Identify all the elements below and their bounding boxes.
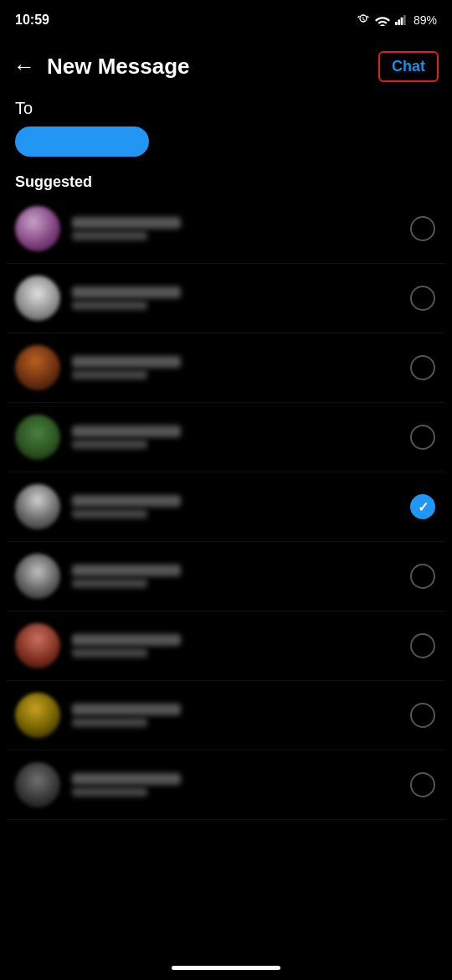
avatar xyxy=(15,623,60,668)
contact-subtitle xyxy=(72,440,147,449)
svg-rect-2 xyxy=(401,18,403,25)
contact-text xyxy=(72,426,181,449)
contact-radio[interactable] xyxy=(410,216,435,241)
back-button[interactable]: ← xyxy=(13,54,35,80)
contact-name xyxy=(72,565,181,576)
contact-left xyxy=(15,345,181,390)
svg-rect-0 xyxy=(395,22,398,25)
contact-item[interactable] xyxy=(7,194,445,264)
contact-name xyxy=(72,495,181,507)
contact-item[interactable] xyxy=(7,611,445,681)
contact-subtitle xyxy=(72,787,147,797)
to-label: To xyxy=(15,99,437,118)
contact-left xyxy=(15,693,181,738)
contact-list xyxy=(0,194,452,820)
contact-radio[interactable] xyxy=(410,703,435,728)
to-section: To xyxy=(0,95,452,167)
status-icons: 89% xyxy=(357,13,437,27)
contact-name xyxy=(72,704,181,715)
contact-radio[interactable] xyxy=(410,494,435,519)
avatar xyxy=(15,484,60,529)
to-input-bar[interactable] xyxy=(15,126,149,157)
contact-subtitle xyxy=(72,301,147,310)
suggested-label: Suggested xyxy=(0,167,452,194)
contact-item[interactable] xyxy=(7,264,445,333)
contact-name xyxy=(72,426,181,437)
contact-left xyxy=(15,415,181,460)
contact-text xyxy=(72,704,181,727)
avatar xyxy=(15,415,60,460)
contact-left xyxy=(15,762,181,807)
contact-item[interactable] xyxy=(7,403,445,472)
contact-text xyxy=(72,773,181,797)
contact-radio[interactable] xyxy=(410,286,435,311)
contact-subtitle xyxy=(72,231,147,240)
contact-item[interactable] xyxy=(7,472,445,542)
status-time: 10:59 xyxy=(15,13,49,28)
contact-name xyxy=(72,773,181,785)
contact-left xyxy=(15,484,181,529)
contact-subtitle xyxy=(72,509,147,518)
contact-radio[interactable] xyxy=(410,355,435,380)
page-title: New Message xyxy=(47,54,190,80)
chat-button[interactable]: Chat xyxy=(378,51,439,82)
contact-radio[interactable] xyxy=(410,564,435,589)
wifi-icon xyxy=(375,14,390,26)
contact-name xyxy=(72,286,181,298)
home-indicator xyxy=(172,966,280,970)
contact-text xyxy=(72,356,181,379)
contact-subtitle xyxy=(72,370,147,379)
avatar xyxy=(15,276,60,321)
avatar xyxy=(15,693,60,738)
contact-subtitle xyxy=(72,579,147,588)
contact-name xyxy=(72,356,181,368)
bottom-navigation-bar xyxy=(0,955,452,980)
status-bar: 10:59 89% xyxy=(0,0,452,37)
avatar xyxy=(15,762,60,807)
signal-icon xyxy=(395,14,408,26)
contact-text xyxy=(72,217,181,240)
contact-radio[interactable] xyxy=(410,772,435,797)
contact-left xyxy=(15,554,181,599)
contact-subtitle xyxy=(72,648,147,658)
contact-name xyxy=(72,634,181,646)
avatar xyxy=(15,554,60,599)
contact-radio[interactable] xyxy=(410,425,435,450)
battery-percentage: 89% xyxy=(413,13,437,27)
contact-item[interactable] xyxy=(7,681,445,750)
contact-left xyxy=(15,276,181,321)
avatar xyxy=(15,206,60,251)
contact-item[interactable] xyxy=(7,750,445,820)
contact-radio[interactable] xyxy=(410,633,435,658)
contact-name xyxy=(72,217,181,229)
contact-left xyxy=(15,206,181,251)
header-left: ← New Message xyxy=(13,54,190,80)
contact-text xyxy=(72,286,181,310)
alarm-icon xyxy=(357,13,370,27)
contact-text xyxy=(72,495,181,518)
contact-item[interactable] xyxy=(7,542,445,611)
avatar xyxy=(15,345,60,390)
contact-item[interactable] xyxy=(7,333,445,403)
svg-rect-1 xyxy=(398,19,400,25)
svg-rect-3 xyxy=(403,15,406,25)
header: ← New Message Chat xyxy=(0,37,452,95)
contact-text xyxy=(72,565,181,588)
contact-left xyxy=(15,623,181,668)
contact-subtitle xyxy=(72,718,147,727)
contact-text xyxy=(72,634,181,658)
